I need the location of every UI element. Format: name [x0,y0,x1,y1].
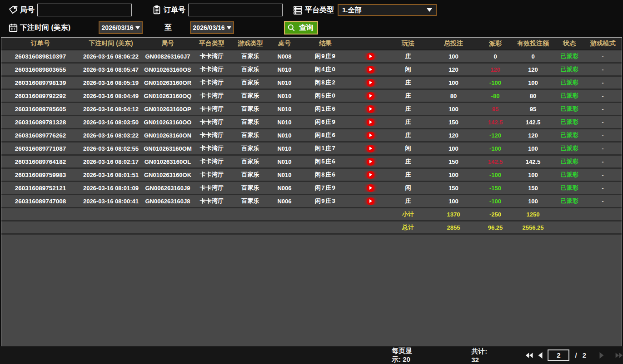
cell-table-no: N010 [270,172,299,178]
cell-platform: 卡卡湾厅 [193,105,230,113]
grand-total-row-valid_bet: 2556.25 [511,224,555,231]
cell-valid-bet: 100 [511,172,555,178]
platform-type-select[interactable]: 1.全部 [338,4,437,16]
column-header: 派彩 [479,39,511,48]
calendar-icon [8,23,18,33]
order-number-input[interactable] [188,4,283,16]
cell-game-type: 百家乐 [230,118,270,126]
cell-replay [352,171,389,179]
cell-platform: 卡卡湾厅 [193,144,230,152]
play-icon[interactable] [367,92,374,100]
cell-status: 已派彩 [555,79,584,87]
subtotal-row: 小计1370-2501250 [1,208,622,221]
next-page-icon[interactable] [599,352,604,359]
cell-payout: 0 [479,53,511,60]
chevron-down-icon [135,26,140,30]
table-row: 2603160897641822026-03-16 08:02:17GN0102… [1,156,622,169]
cell-bet-time: 2026-03-16 08:00:41 [80,198,142,205]
cell-game-type: 百家乐 [230,157,270,166]
cell-payout: 120 [479,66,511,73]
cell-result: 闲7庄9 [299,184,352,192]
page-separator: / [575,351,577,359]
cell-valid-bet: 142.5 [511,119,555,126]
cell-game-mode: - [584,79,622,86]
cell-result: 闲8庄6 [299,131,352,139]
cell-replay [352,66,389,74]
play-icon[interactable] [367,145,374,152]
play-icon[interactable] [367,66,374,74]
cell-replay [352,145,389,152]
play-icon[interactable] [367,158,374,166]
cell-payout: -100 [479,145,511,152]
cell-order-no: 260316089771087 [1,145,80,152]
table-row: 2603160897856052026-03-16 08:04:12GN0102… [1,103,622,116]
cell-play: 庄 [389,171,428,179]
column-header: 游戏类型 [230,39,270,48]
cell-valid-bet: 120 [511,66,555,73]
round-number-input[interactable] [37,4,132,16]
pagination-bar: 每页显示: 20 共计: 32 / 2 [0,346,623,364]
date-to-picker[interactable]: 2026/03/16 [190,21,234,34]
previous-page-icon[interactable] [538,352,543,359]
cell-valid-bet: 142.5 [511,158,555,165]
cell-round-no: GN010263160OO [142,119,193,126]
cell-total-bet: 120 [428,132,479,139]
cell-table-no: N010 [270,158,299,165]
cell-platform: 卡卡湾厅 [193,197,230,205]
grand-total-row-total_bet: 2855 [428,224,479,231]
cell-status: 已派彩 [555,144,584,152]
cell-round-no: GN008263160J7 [142,53,193,60]
chevron-down-icon [227,26,231,30]
cell-payout: -100 [479,79,511,86]
cell-total-bet: 150 [428,158,479,165]
cell-game-mode: - [584,145,622,152]
cell-table-no: N010 [270,79,299,86]
subtotal-row-label: 小计 [389,210,428,218]
cell-game-mode: - [584,198,622,205]
cell-order-no: 260316089810397 [1,53,80,60]
cell-game-type: 百家乐 [230,144,270,152]
cell-total-bet: 100 [428,172,479,178]
cell-status: 已派彩 [555,171,584,179]
cell-bet-time: 2026-03-16 08:01:51 [80,172,142,178]
cell-platform: 卡卡湾厅 [193,131,230,139]
cell-play: 庄 [389,79,428,87]
column-header: 平台类型 [193,39,230,48]
cell-game-type: 百家乐 [230,184,270,192]
cell-table-no: N010 [270,93,299,99]
cell-table-no: N008 [270,53,299,60]
current-page-input[interactable] [548,349,569,361]
play-icon[interactable] [367,105,374,113]
cell-order-no: 260316089785605 [1,106,80,113]
cell-game-type: 百家乐 [230,92,270,100]
play-icon[interactable] [367,184,374,192]
cell-round-no: GN006263160J8 [142,198,193,205]
first-page-icon[interactable] [525,352,533,359]
cell-bet-time: 2026-03-16 08:02:55 [80,145,142,152]
cell-play: 庄 [389,131,428,139]
search-button[interactable]: 查询 [284,21,318,34]
cell-replay [352,184,389,192]
cell-status: 已派彩 [555,131,584,139]
play-icon[interactable] [367,171,374,179]
cell-table-no: N006 [270,185,299,192]
play-icon[interactable] [367,132,374,139]
date-from-picker[interactable]: 2026/03/16 [99,21,143,34]
cell-order-no: 260316089764182 [1,158,80,165]
cell-game-type: 百家乐 [230,52,270,60]
cell-platform: 卡卡湾厅 [193,92,230,100]
cell-result: 闲5庄6 [299,157,352,166]
last-page-icon[interactable] [615,352,623,359]
play-icon[interactable] [367,197,374,205]
cell-bet-time: 2026-03-16 08:05:47 [80,66,142,73]
play-icon[interactable] [367,118,374,126]
cell-bet-time: 2026-03-16 08:04:49 [80,93,142,99]
cell-order-no: 260316089781328 [1,119,80,126]
cell-order-no: 260316089776262 [1,132,80,139]
cell-total-bet: 100 [428,145,479,152]
cell-total-bet: 100 [428,198,479,205]
play-icon[interactable] [367,79,374,87]
cell-valid-bet: 120 [511,132,555,139]
cell-game-type: 百家乐 [230,65,270,74]
play-icon[interactable] [367,53,374,60]
